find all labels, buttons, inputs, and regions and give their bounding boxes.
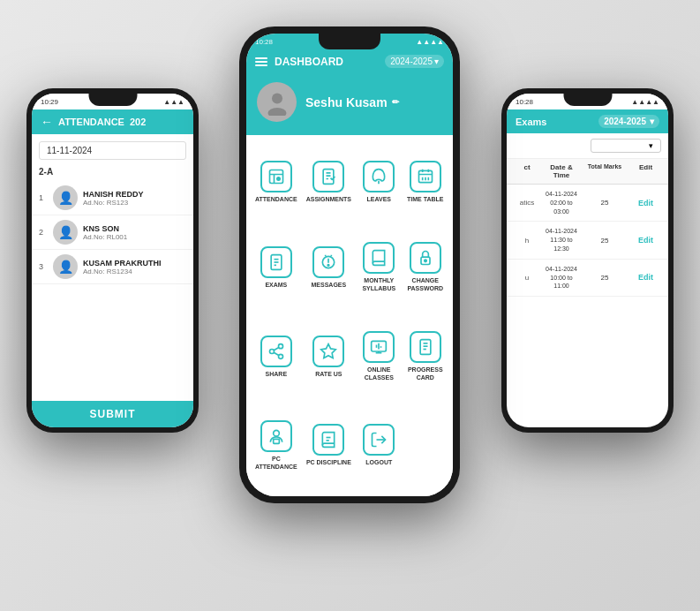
svg-marker-31 xyxy=(321,343,336,358)
marks-cell: 25 xyxy=(583,274,627,282)
subject-cell: atics xyxy=(514,199,540,207)
student-list: 1 👤 HANISH REDDY Ad.No: RS123 2 👤 KNS SO… xyxy=(32,181,193,401)
menu-item-password[interactable]: CHANGE PASSWORD xyxy=(403,223,448,311)
menu-item-pc-discipline[interactable]: PC DISCIPLINE xyxy=(303,402,355,489)
date-box[interactable]: 11-11-2024 xyxy=(39,141,186,160)
rateus-label: RATE US xyxy=(315,371,342,378)
pc-discipline-icon xyxy=(312,424,344,456)
class-label: 2-A xyxy=(32,167,193,181)
student-num: 3 xyxy=(39,262,48,271)
back-arrow-icon[interactable]: ← xyxy=(41,115,53,129)
edit-icon[interactable]: ✏ xyxy=(392,97,399,107)
center-phone: 10:28 ▲▲▲▲ DASHBOARD 2024-2025 ▾ xyxy=(239,26,460,503)
exams-header: Exams 2024-2025 ▾ xyxy=(507,109,668,133)
col-subject: ct xyxy=(514,163,540,179)
left-signal-bars: ▲▲▲ xyxy=(163,98,184,106)
table-row: u 04-11-202410:00 to 11:00 25 Edit xyxy=(507,260,668,297)
student-info: KUSAM PRAKRUTHI Ad.No: RS1234 xyxy=(83,259,186,275)
right-signal: ▲▲▲▲ xyxy=(631,98,659,106)
table-row: h 04-11-202411:30 to 12:30 25 Edit xyxy=(507,222,668,259)
svg-point-23 xyxy=(328,264,330,266)
edit-cell[interactable]: Edit xyxy=(630,199,661,207)
menu-item-online[interactable]: ONLINE CLASSES xyxy=(357,313,401,400)
dashboard-header: DASHBOARD 2024-2025 ▾ xyxy=(246,49,453,73)
logout-label: LOGOUT xyxy=(365,459,392,466)
avatar: 👤 xyxy=(53,220,78,245)
assignments-icon xyxy=(312,161,344,192)
progress-card-icon xyxy=(410,331,441,363)
student-adm: Ad.No: RS1234 xyxy=(83,268,186,275)
student-name: HANISH REDDY xyxy=(83,190,186,199)
share-icon xyxy=(260,336,292,367)
menu-item-progress[interactable]: PROGRESS CARD xyxy=(403,313,448,400)
svg-point-0 xyxy=(272,93,282,103)
chevron-down-icon: ▾ xyxy=(434,57,439,66)
menu-item-attendance[interactable]: ATTENDANCE xyxy=(252,142,301,222)
table-row: 3 👤 KUSAM PRAKRUTHI Ad.No: RS1234 xyxy=(32,250,193,284)
leaves-label: LEAVES xyxy=(367,196,392,203)
right-signal-bars: ▲▲▲▲ xyxy=(631,98,659,106)
svg-rect-11 xyxy=(418,170,432,182)
subject-dropdown[interactable]: ▾ xyxy=(591,139,661,153)
menu-item-timetable[interactable]: TIME TABLE xyxy=(403,142,448,222)
edit-cell[interactable]: Edit xyxy=(630,273,661,282)
edit-cell[interactable]: Edit xyxy=(630,236,661,245)
year-dropdown[interactable]: 2024-2025 ▾ xyxy=(385,55,444,68)
assignments-label: ASSIGNMENTS xyxy=(306,196,351,203)
menu-item-pc-attendance[interactable]: PC ATTENDANCE xyxy=(252,402,301,489)
svg-point-27 xyxy=(269,349,274,353)
table-row: atics 04-11-202402:00 to 03:00 25 Edit xyxy=(507,185,668,222)
subject-cell: h xyxy=(514,237,540,245)
table-row: 1 👤 HANISH REDDY Ad.No: RS123 xyxy=(32,181,193,215)
menu-item-assignments[interactable]: ASSIGNMENTS xyxy=(303,142,355,222)
exams-label: EXAMS xyxy=(265,282,287,289)
attendance-label: ATTENDANCE xyxy=(255,196,297,203)
profile-section: Seshu Kusam ✏ xyxy=(246,73,453,135)
subject-cell: u xyxy=(514,274,540,282)
menu-item-logout[interactable]: LOGOUT xyxy=(357,402,401,489)
exams-icon xyxy=(260,246,292,278)
center-signal: ▲▲▲▲ xyxy=(416,38,444,46)
left-signal: ▲▲▲ xyxy=(163,98,184,106)
messages-icon xyxy=(312,246,344,278)
menu-item-leaves[interactable]: LEAVES xyxy=(357,142,401,222)
marks-cell: 25 xyxy=(583,237,627,245)
menu-item-exams[interactable]: EXAMS xyxy=(252,223,301,311)
hamburger-menu[interactable] xyxy=(255,57,267,66)
messages-label: MESSAGES xyxy=(312,282,347,289)
share-label: SHARE xyxy=(266,371,288,378)
datetime-cell: 04-11-202411:30 to 12:30 xyxy=(544,227,579,253)
date-value: 11-11-2024 xyxy=(47,146,92,155)
profile-name: Seshu Kusam ✏ xyxy=(305,95,399,109)
svg-rect-43 xyxy=(274,440,280,444)
avatar: 👤 xyxy=(53,185,78,210)
svg-point-26 xyxy=(278,343,282,348)
svg-rect-2 xyxy=(269,170,282,184)
student-info: HANISH REDDY Ad.No: RS123 xyxy=(83,190,186,207)
password-label: CHANGE PASSWORD xyxy=(407,277,444,292)
right-phone: 10:28 ▲▲▲▲ Exams 2024-2025 ▾ xyxy=(501,88,674,433)
menu-item-rateus[interactable]: RATE US xyxy=(303,313,355,400)
right-year-dropdown[interactable]: 2024-2025 ▾ xyxy=(598,115,659,128)
syllabus-icon xyxy=(363,242,395,274)
menu-item-syllabus[interactable]: MONTHLY SYLLABUS xyxy=(357,223,401,311)
submit-button[interactable]: SUBMIT xyxy=(32,401,193,427)
right-phone-notch xyxy=(563,94,612,106)
year-label: 2024-2025 xyxy=(390,57,433,66)
online-classes-icon xyxy=(363,331,395,363)
col-edit: Edit xyxy=(630,163,661,179)
online-classes-label: ONLINE CLASSES xyxy=(360,366,397,381)
password-icon xyxy=(410,242,441,274)
attendance-title: ATTENDANCE xyxy=(58,117,124,127)
student-adm: Ad.No: RL001 xyxy=(83,233,186,241)
timetable-icon xyxy=(410,161,441,192)
progress-card-label: PROGRESS CARD xyxy=(407,366,444,381)
student-adm: Ad.No: RS123 xyxy=(83,199,186,207)
chevron-down-icon: ▾ xyxy=(650,117,654,126)
leaves-icon xyxy=(363,161,395,192)
left-time: 10:29 xyxy=(41,98,58,106)
menu-item-share[interactable]: SHARE xyxy=(252,313,301,400)
logout-icon xyxy=(363,424,395,456)
center-signal-bars: ▲▲▲▲ xyxy=(416,38,444,46)
menu-item-messages[interactable]: MESSAGES xyxy=(303,223,355,311)
